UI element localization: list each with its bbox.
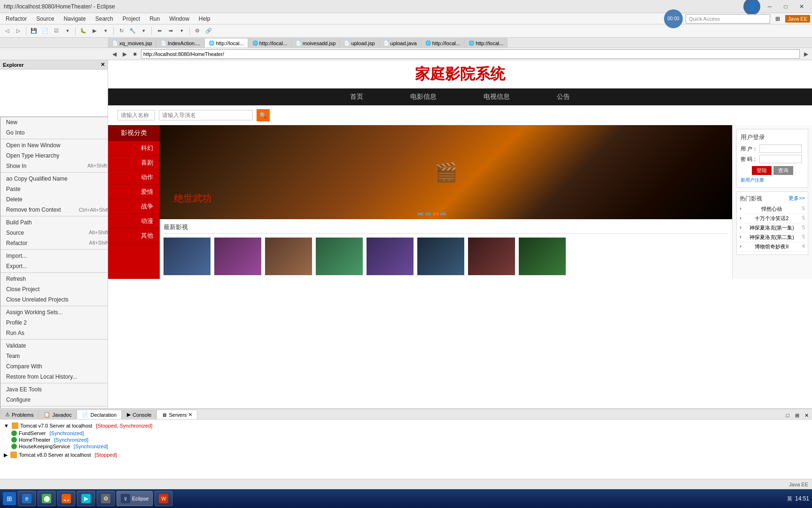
login-user-input[interactable] bbox=[759, 144, 802, 153]
server-child-fundserver[interactable]: FundServer [Synchronized] bbox=[11, 430, 808, 437]
server-item-tomcat7[interactable]: ▼ Tomcat v7.0 Server at localhost [Stopp… bbox=[4, 421, 808, 430]
ctx-profile[interactable]: Profile 2 ▶ bbox=[0, 318, 108, 328]
dot-2[interactable] bbox=[425, 213, 431, 215]
taskbar-settings[interactable]: ⚙ bbox=[97, 491, 115, 506]
editor-tab-7[interactable]: 🌐 http://local... bbox=[421, 38, 464, 48]
nav-back-button[interactable]: ⬅ bbox=[154, 26, 164, 36]
save-button[interactable]: 💾 bbox=[29, 26, 39, 36]
search-name-input[interactable] bbox=[159, 110, 253, 120]
forward-button[interactable]: ▷ bbox=[13, 26, 23, 36]
site-nav-tv[interactable]: 电视信息 bbox=[479, 93, 515, 101]
dot-4[interactable] bbox=[440, 213, 446, 215]
checkbox-button[interactable]: ☑ bbox=[51, 26, 62, 36]
menu-search[interactable]: Search bbox=[92, 15, 117, 23]
ctx-copy-qualified[interactable]: ao Copy Qualified Name bbox=[0, 174, 108, 184]
ctx-configure[interactable]: Configure ▶ bbox=[0, 395, 108, 405]
ctx-open-type-hierarchy[interactable]: Open Type Hierarchy F4 bbox=[0, 151, 108, 161]
menu-run[interactable]: Run bbox=[146, 15, 164, 23]
server-child-housekeeping[interactable]: HouseKeepingService [Synchronized] bbox=[11, 443, 808, 450]
layout-button[interactable]: ⊞ bbox=[773, 14, 782, 24]
ctx-delete[interactable]: Delete Delete bbox=[0, 194, 108, 205]
site-nav-notice[interactable]: 公告 bbox=[552, 93, 575, 101]
ctx-validate[interactable]: Validate bbox=[0, 341, 108, 351]
ctx-open-window[interactable]: Open in New Window bbox=[0, 140, 108, 151]
bottom-tab-javadoc[interactable]: 📋 Javadoc bbox=[39, 410, 77, 419]
login-submit-button[interactable]: 登陆 bbox=[752, 166, 772, 175]
server-item-tomcat8[interactable]: ▶ Tomcat v8.0 Server at localhost [Stopp… bbox=[4, 451, 808, 459]
editor-tab-8[interactable]: 🌐 http://local... bbox=[464, 38, 508, 48]
editor-tab-3[interactable]: 🌐 http://local... bbox=[248, 38, 291, 48]
editor-tab-0[interactable]: 📄 xq_moives.jsp bbox=[108, 38, 156, 48]
register-link[interactable]: 新用户注册 bbox=[741, 177, 804, 183]
ctx-java-ee-tools[interactable]: Java EE Tools ▶ bbox=[0, 384, 108, 395]
quick-access-box[interactable]: Quick Access bbox=[686, 14, 770, 24]
ctx-new[interactable]: New ▶ bbox=[0, 117, 108, 127]
editor-tab-1[interactable]: 📄 IndexAction.... bbox=[156, 38, 205, 48]
site-nav-home[interactable]: 首页 bbox=[345, 93, 368, 101]
link-button[interactable]: 🔗 bbox=[203, 26, 214, 36]
sidebar-item-war[interactable]: 战争 bbox=[108, 199, 160, 214]
sidebar-item-action[interactable]: 动作 bbox=[108, 170, 160, 185]
ctx-remove-context[interactable]: Remove from Context Ctrl+Alt+Shift+Down bbox=[0, 205, 108, 215]
dot-1[interactable] bbox=[418, 213, 423, 215]
movie-thumb-8[interactable] bbox=[519, 238, 566, 275]
taskbar-wmp[interactable]: ▶ bbox=[77, 491, 95, 506]
panel-close-btn-icon[interactable]: ✕ bbox=[803, 412, 810, 419]
extra-button[interactable]: ⚙ bbox=[192, 26, 203, 36]
refresh-button[interactable]: ↻ bbox=[116, 26, 126, 36]
login-query-button[interactable]: 查询 bbox=[773, 166, 793, 175]
ctx-build-path[interactable]: Build Path ▶ bbox=[0, 217, 108, 228]
hot-item-4[interactable]: › 博物馆奇妙夜II 4 bbox=[740, 242, 805, 252]
panel-minimize-icon[interactable]: □ bbox=[784, 412, 791, 419]
ctx-source[interactable]: Source Alt+Shift+S▶ bbox=[0, 228, 108, 238]
movie-thumb-1[interactable] bbox=[164, 238, 211, 275]
menu-help[interactable]: Help bbox=[195, 15, 214, 23]
back-button[interactable]: ◁ bbox=[2, 26, 12, 36]
ctx-paste[interactable]: Paste Ctrl+V bbox=[0, 184, 108, 194]
search-button[interactable]: 🔍 bbox=[257, 109, 270, 121]
menu-source[interactable]: Source bbox=[32, 15, 58, 23]
movie-thumb-3[interactable] bbox=[265, 238, 312, 275]
taskbar-chrome[interactable]: ⬤ bbox=[38, 491, 55, 506]
bottom-tab-problems[interactable]: ⚠ Problems bbox=[0, 410, 39, 419]
sidebar-item-scifi[interactable]: 科幻 bbox=[108, 141, 160, 156]
nav-fwd-button[interactable]: ➡ bbox=[165, 26, 176, 36]
tool-dropdown[interactable]: ▾ bbox=[139, 26, 149, 36]
menu-navigate[interactable]: Navigate bbox=[60, 15, 89, 23]
run-dropdown[interactable]: ▾ bbox=[101, 26, 111, 36]
sidebar-item-anime[interactable]: 动漫 bbox=[108, 214, 160, 229]
bottom-tab-declaration[interactable]: 📄 Declaration bbox=[77, 410, 122, 419]
run-button[interactable]: ▶ bbox=[89, 26, 100, 36]
dot-3[interactable] bbox=[433, 213, 438, 215]
hot-movies-more[interactable]: 更多>> bbox=[789, 195, 805, 203]
ctx-properties[interactable]: Properties Alt+Enter bbox=[0, 407, 108, 408]
ctx-restore-history[interactable]: Restore from Local History... bbox=[0, 372, 108, 382]
nav-dropdown[interactable]: ▾ bbox=[177, 26, 187, 36]
dropdown-button[interactable]: ▾ bbox=[62, 26, 73, 36]
bottom-tab-console[interactable]: ▶ Console bbox=[122, 410, 156, 419]
editor-tab-5[interactable]: 📄 upload.jsp bbox=[340, 38, 379, 48]
movie-thumb-2[interactable] bbox=[214, 238, 261, 275]
hot-item-1[interactable]: › 十万个冷笑话2 5 bbox=[740, 214, 805, 223]
panel-maximize-icon[interactable]: ⊞ bbox=[793, 412, 801, 419]
movie-thumb-5[interactable] bbox=[367, 238, 414, 275]
ctx-export[interactable]: Export... bbox=[0, 261, 108, 271]
hot-item-3[interactable]: › 神探夏洛克(第二集) 5 bbox=[740, 233, 805, 242]
sidebar-item-other[interactable]: 其他 bbox=[108, 229, 160, 243]
ctx-team[interactable]: Team ▶ bbox=[0, 351, 108, 361]
sidebar-item-comedy[interactable]: 喜剧 bbox=[108, 156, 160, 170]
ctx-compare-with[interactable]: Compare With ▶ bbox=[0, 361, 108, 372]
address-input[interactable] bbox=[141, 49, 800, 59]
movie-thumb-4[interactable] bbox=[316, 238, 363, 275]
editor-tab-4[interactable]: 📄 moivesadd.jsp bbox=[291, 38, 340, 48]
menu-project[interactable]: Project bbox=[119, 15, 144, 23]
search-type-input[interactable] bbox=[117, 110, 155, 120]
new-button[interactable]: 📄 bbox=[40, 26, 50, 36]
panel-close-icon[interactable]: ✕ bbox=[101, 62, 105, 68]
ctx-close-project[interactable]: Close Project bbox=[0, 284, 108, 294]
hot-item-2[interactable]: › 神探夏洛克(第一集) 5 bbox=[740, 223, 805, 233]
ctx-import[interactable]: Import... bbox=[0, 251, 108, 261]
ctx-go-into[interactable]: Go Into bbox=[0, 127, 108, 138]
ctx-refresh[interactable]: Refresh F5 bbox=[0, 274, 108, 284]
taskbar-ie[interactable]: e bbox=[18, 491, 36, 506]
